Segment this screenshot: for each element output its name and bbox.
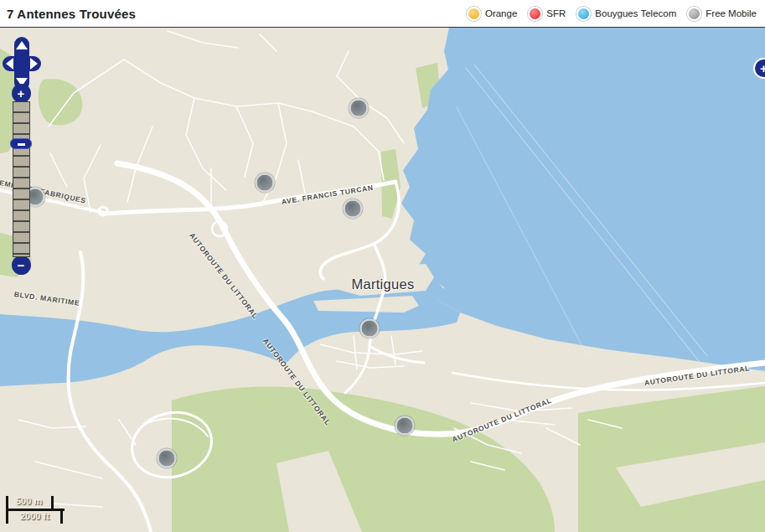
scale-imperial-label: 2000 ft [20,511,49,521]
scale-bar-left-tick [6,496,8,524]
map-canvas[interactable]: + − + 500 m 2000 ft [0,28,765,532]
page-title: 7 Antennes Trouvées [0,7,136,21]
operator-color-dot [467,7,481,21]
legend-label: SFR [546,8,566,18]
operator-legend: OrangeSFRBouygues TelecomFree Mobile [467,7,765,21]
scale-bar-metric-tick [51,496,54,509]
operator-color-dot [687,7,701,21]
operator-color-dot [576,7,591,21]
legend-item-bouygues-telecom[interactable]: Bouygues Telecom [576,7,676,21]
antenna-marker-1[interactable] [349,99,369,118]
scale-bar: 500 m 2000 ft [5,494,80,528]
legend-label: Orange [485,8,517,18]
zoom-slider-track[interactable] [13,101,30,257]
map-base [0,28,765,532]
legend-item-sfr[interactable]: SFR [528,7,566,21]
zoom-slider-handle[interactable] [10,138,32,149]
legend-label: Bouygues Telecom [595,8,676,18]
scale-bar-imperial-tick [60,510,63,524]
antenna-marker-5[interactable] [360,319,380,338]
zoom-out-button[interactable]: − [12,256,31,275]
antenna-marker-2[interactable] [256,173,275,193]
zoom-control: + − [11,84,31,275]
zoom-in-button[interactable]: + [12,84,31,103]
legend-item-orange[interactable]: Orange [467,7,517,21]
legend-label: Free Mobile [706,8,757,18]
scale-metric-label: 500 m [16,496,42,506]
legend-item-free-mobile[interactable]: Free Mobile [687,7,757,21]
antenna-map-app: 7 Antennes Trouvées OrangeSFRBouygues Te… [0,0,765,532]
antenna-marker-6[interactable] [395,416,415,436]
header: 7 Antennes Trouvées OrangeSFRBouygues Te… [0,0,765,28]
antenna-marker-7[interactable] [158,449,177,468]
operator-color-dot [528,7,542,21]
antenna-marker-3[interactable] [344,199,363,219]
